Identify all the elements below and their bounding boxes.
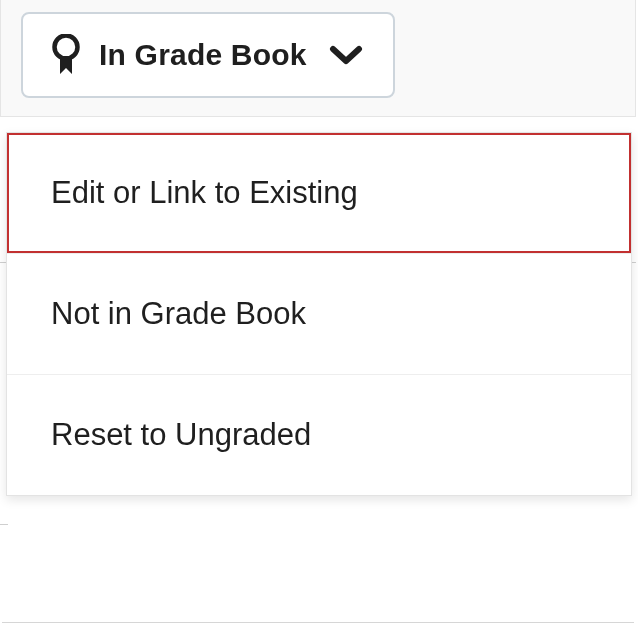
dropdown-label: In Grade Book bbox=[99, 38, 307, 72]
menu-item-label: Edit or Link to Existing bbox=[51, 175, 358, 210]
svg-point-0 bbox=[55, 36, 78, 59]
divider-line bbox=[2, 622, 634, 623]
ribbon-icon bbox=[51, 34, 81, 76]
menu-item-not-in-grade-book[interactable]: Not in Grade Book bbox=[7, 253, 631, 374]
menu-item-label: Reset to Ungraded bbox=[51, 417, 311, 452]
dropdown-container: In Grade Book bbox=[0, 0, 636, 117]
grade-book-dropdown-button[interactable]: In Grade Book bbox=[21, 12, 395, 98]
menu-item-label: Not in Grade Book bbox=[51, 296, 306, 331]
menu-item-edit-or-link[interactable]: Edit or Link to Existing bbox=[7, 133, 631, 253]
menu-item-reset-to-ungraded[interactable]: Reset to Ungraded bbox=[7, 374, 631, 495]
chevron-down-icon bbox=[329, 44, 363, 66]
dropdown-menu: Edit or Link to Existing Not in Grade Bo… bbox=[6, 132, 632, 496]
divider-line bbox=[0, 524, 8, 525]
